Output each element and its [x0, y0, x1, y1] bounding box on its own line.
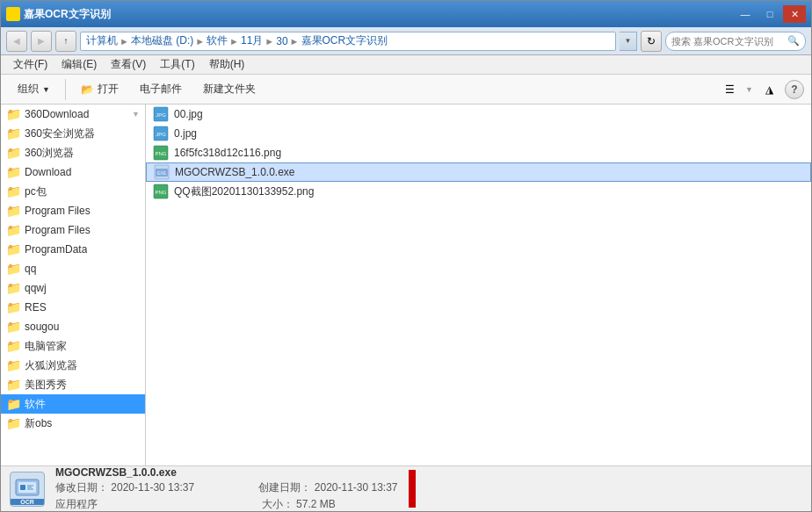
view-dropdown-icon[interactable]: ▼	[745, 85, 753, 94]
status-thumb-svg	[14, 478, 40, 501]
folder-icon: 📁	[6, 320, 21, 334]
view-panes-button[interactable]: ◮	[758, 79, 779, 100]
status-type-label: 应用程序	[55, 498, 98, 510]
jpg-icon: JPG	[153, 106, 169, 122]
folder-icon: 📁	[6, 262, 21, 276]
nav-item-qqwj[interactable]: 📁 qqwj	[1, 278, 145, 298]
status-size-value: 57.2 MB	[296, 498, 336, 510]
menu-view[interactable]: 查看(V)	[104, 55, 153, 74]
file-item-png2[interactable]: PNG QQ截图20201130133952.png	[146, 182, 811, 201]
folder-icon: 📁	[6, 184, 21, 198]
nav-item-programfiles2[interactable]: 📁 Program Files	[1, 220, 145, 240]
nav-item-newobs[interactable]: 📁 新obs	[1, 414, 145, 433]
address-dropdown[interactable]: ▼	[620, 32, 637, 51]
folder-icon: 📁	[6, 281, 21, 295]
file-item-exe[interactable]: EXE MGOCRWZSB_1.0.0.exe	[146, 162, 811, 182]
status-modify-date: 2020-11-30 13:37	[111, 481, 194, 494]
folder-icon: 📁	[6, 204, 21, 218]
nav-item-label: ProgramData	[25, 243, 87, 256]
nav-item-label: 电脑管家	[25, 339, 67, 354]
organize-button[interactable]: 组织 ▼	[8, 77, 60, 102]
email-button[interactable]: 电子邮件	[130, 77, 192, 102]
nav-item-label: Program Files	[25, 205, 91, 217]
file-pane: JPG 00.jpg JPG 0.jpg PNG	[146, 105, 811, 465]
status-type: 应用程序 大小： 57.2 MB	[55, 497, 398, 512]
nav-item-sougou[interactable]: 📁 sougou	[1, 317, 145, 336]
nav-item-pcmanager[interactable]: 📁 电脑管家	[1, 336, 145, 356]
nav-item-360browser[interactable]: 📁 360浏览器	[1, 143, 145, 162]
folder-icon: 📁	[6, 107, 21, 121]
help-button[interactable]: ?	[785, 80, 804, 99]
view-details-button[interactable]: ☰	[719, 79, 740, 100]
nav-item-label: RES	[25, 301, 47, 314]
menubar: 文件(F) 编辑(E) 查看(V) 工具(T) 帮助(H)	[1, 55, 811, 75]
jpg-icon: JPG	[153, 126, 169, 141]
menu-file[interactable]: 文件(F)	[6, 55, 54, 74]
open-button[interactable]: 📂 打开	[71, 77, 128, 102]
addr-part-computer: 计算机	[86, 33, 118, 48]
folder-icon: 📁	[6, 339, 21, 353]
forward-button[interactable]: ▶	[31, 31, 52, 52]
nav-item-res[interactable]: 📁 RES	[1, 298, 145, 317]
addr-part-folder: 嘉果OCR文字识别	[301, 33, 388, 48]
nav-item-label: sougou	[25, 321, 59, 333]
new-folder-button[interactable]: 新建文件夹	[193, 77, 265, 102]
minimize-button[interactable]: —	[734, 5, 757, 23]
address-area: ◀ ▶ ↑ 计算机 ► 本地磁盘 (D:) ► 软件 ► 11月 ► 30 ► …	[1, 27, 811, 55]
nav-item-firefox[interactable]: 📁 火狐浏览器	[1, 356, 145, 375]
png-icon: PNG	[153, 145, 169, 161]
status-modify-label: 修改日期：	[55, 481, 108, 494]
file-name-exe: MGOCRWZSB_1.0.0.exe	[175, 166, 295, 178]
svg-text:PNG: PNG	[155, 190, 166, 195]
close-button[interactable]: ✕	[783, 5, 806, 23]
nav-item-qq[interactable]: 📁 qq	[1, 259, 145, 278]
folder-icon: 📁	[6, 378, 21, 392]
file-item-0jpg[interactable]: JPG 0.jpg	[146, 124, 811, 143]
nav-item-pcbag[interactable]: 📁 pc包	[1, 182, 145, 201]
nav-item-meitu[interactable]: 📁 美图秀秀	[1, 375, 145, 394]
addr-part-software: 软件	[207, 33, 228, 48]
maximize-button[interactable]: □	[758, 5, 781, 23]
folder-icon: 📁	[6, 146, 21, 160]
address-bar[interactable]: 计算机 ► 本地磁盘 (D:) ► 软件 ► 11月 ► 30 ► 嘉果OCR文…	[80, 32, 616, 51]
nav-item-label: Download	[25, 166, 71, 178]
nav-item-label: 新obs	[25, 416, 52, 431]
toolbar-separator-1	[65, 79, 66, 100]
nav-item-download[interactable]: 📁 Download	[1, 162, 145, 182]
search-box[interactable]: 🔍	[665, 32, 806, 51]
status-info: MGOCRWZSB_1.0.0.exe 修改日期： 2020-11-30 13:…	[55, 466, 398, 512]
nav-item-label: qq	[25, 263, 36, 275]
search-icon[interactable]: 🔍	[787, 35, 800, 47]
nav-item-programfiles1[interactable]: 📁 Program Files	[1, 201, 145, 220]
menu-help[interactable]: 帮助(H)	[202, 55, 252, 74]
nav-item-label: qqwj	[25, 282, 47, 294]
menu-tools[interactable]: 工具(T)	[153, 55, 201, 74]
nav-item-360browser-sec[interactable]: 📁 360安全浏览器	[1, 124, 145, 143]
up-button[interactable]: ↑	[55, 31, 76, 52]
status-size-label: 大小：	[262, 498, 294, 510]
file-item-png1[interactable]: PNG 16f5fc318d12c116.png	[146, 143, 811, 162]
menu-edit[interactable]: 编辑(E)	[54, 55, 104, 74]
file-name: 16f5fc318d12c116.png	[174, 147, 281, 159]
file-name: QQ截图20201130133952.png	[174, 184, 314, 199]
search-input[interactable]	[671, 36, 784, 47]
titlebar-controls: — □ ✕	[734, 5, 806, 23]
file-item-00jpg[interactable]: JPG 00.jpg	[146, 105, 811, 124]
nav-item-programdata[interactable]: 📁 ProgramData	[1, 240, 145, 259]
status-filename: MGOCRWZSB_1.0.0.exe	[55, 466, 398, 479]
folder-icon: 📁	[6, 126, 21, 141]
status-create-date: 2020-11-30 13:37	[315, 481, 398, 494]
main-area: 📁 360Download ▼ 📁 360安全浏览器 📁 360浏览器 📁 Do…	[1, 105, 811, 465]
refresh-button[interactable]: ↻	[641, 31, 662, 52]
folder-icon: 📁	[6, 358, 21, 372]
addr-part-drive: 本地磁盘 (D:)	[131, 33, 193, 48]
nav-item-software[interactable]: 📁 软件	[1, 394, 145, 414]
back-button[interactable]: ◀	[6, 31, 27, 52]
nav-pane: 📁 360Download ▼ 📁 360安全浏览器 📁 360浏览器 📁 Do…	[1, 105, 146, 465]
svg-text:EXE: EXE	[157, 170, 167, 176]
statusbar: OCR MGOCRWZSB_1.0.0.exe 修改日期： 2020-11-30…	[1, 465, 811, 511]
open-label: 打开	[98, 82, 119, 97]
toolbar-right: ☰ ▼ ◮ ?	[719, 79, 804, 100]
organize-dropdown-icon: ▼	[42, 85, 50, 94]
nav-item-360download[interactable]: 📁 360Download ▼	[1, 105, 145, 124]
